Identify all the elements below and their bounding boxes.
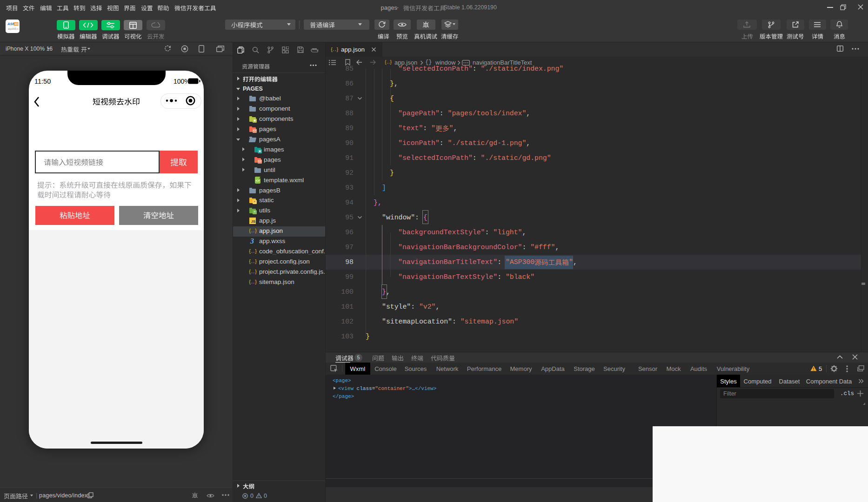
- svg-text:asp300.net: asp300.net: [8, 27, 19, 30]
- svg-text:300: 300: [14, 22, 19, 26]
